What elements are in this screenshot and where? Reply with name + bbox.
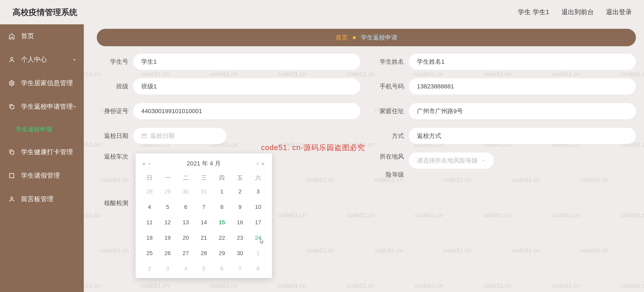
datepicker-day[interactable]: 3 bbox=[249, 184, 267, 199]
label-id-card: 身份证号 bbox=[97, 107, 133, 115]
sidebar: 首页 个人中心 学生居家信息管理 学生返校申请管理 学生返校申请 学生健康打卡管… bbox=[0, 24, 84, 292]
sidebar-item-label: 留言板管理 bbox=[21, 195, 54, 204]
svg-point-4 bbox=[11, 197, 13, 199]
datepicker-day[interactable]: 1 bbox=[213, 184, 231, 199]
svg-rect-2 bbox=[11, 106, 14, 109]
datepicker-day[interactable]: 23 bbox=[231, 230, 249, 246]
datepicker-day[interactable]: 18 bbox=[140, 230, 158, 246]
datepicker-day[interactable]: 2 bbox=[231, 184, 249, 199]
sidebar-item-return-apply[interactable]: 学生返校申请管理 bbox=[0, 95, 84, 118]
sidebar-item-home-info[interactable]: 学生居家信息管理 bbox=[0, 71, 84, 95]
home-icon bbox=[8, 33, 16, 40]
app-title: 高校疫情管理系统 bbox=[12, 7, 77, 18]
tab-bar: 首页 ★ 学生返校申请 bbox=[97, 29, 636, 46]
datepicker-day[interactable]: 11 bbox=[140, 215, 158, 230]
label-risk-level: 所在地风 险等级 bbox=[372, 153, 409, 179]
logout-link[interactable]: 退出登录 bbox=[606, 8, 632, 17]
datepicker-day[interactable]: 7 bbox=[231, 261, 249, 276]
sidebar-item-profile[interactable]: 个人中心 bbox=[0, 48, 84, 71]
datepicker-day[interactable]: 2 bbox=[140, 261, 158, 276]
datepicker-day[interactable]: 7 bbox=[195, 199, 213, 215]
input-home-addr[interactable]: 广州市广州路9号 bbox=[409, 103, 636, 119]
datepicker-day[interactable]: 5 bbox=[195, 261, 213, 276]
datepicker-day[interactable]: 4 bbox=[177, 261, 195, 276]
datepicker-day[interactable]: 28 bbox=[195, 246, 213, 261]
input-student-name[interactable]: 学生姓名1 bbox=[409, 54, 636, 70]
input-return-date[interactable]: 返校日期 bbox=[133, 128, 226, 144]
input-class[interactable]: 班级1 bbox=[133, 78, 360, 94]
datepicker-day[interactable]: 8 bbox=[213, 199, 231, 215]
datepicker-day[interactable]: 29 bbox=[158, 184, 176, 199]
input-return-way[interactable]: 返校方式 bbox=[409, 128, 636, 144]
cursor-icon bbox=[259, 238, 265, 245]
sidebar-item-leave[interactable]: 学生请假管理 bbox=[0, 164, 84, 187]
calendar-icon bbox=[141, 133, 147, 139]
gear-icon bbox=[8, 79, 16, 87]
user-info[interactable]: 学生 学生1 bbox=[518, 8, 549, 17]
datepicker-day[interactable]: 1 bbox=[249, 246, 267, 261]
logout-front-link[interactable]: 退出到前台 bbox=[562, 8, 594, 17]
watermark-warning: code51. cn-源码乐园盗图必究 bbox=[261, 143, 365, 153]
sidebar-item-label: 首页 bbox=[21, 32, 34, 41]
datepicker-day[interactable]: 30 bbox=[177, 184, 195, 199]
tab-home[interactable]: 首页 bbox=[336, 34, 348, 42]
datepicker-day[interactable]: 12 bbox=[158, 215, 176, 230]
datepicker-day[interactable]: 21 bbox=[195, 230, 213, 246]
user-icon bbox=[8, 56, 16, 63]
datepicker-day[interactable]: 6 bbox=[213, 261, 231, 276]
datepicker-day[interactable]: 16 bbox=[231, 215, 249, 230]
chevron-down-icon bbox=[481, 158, 486, 163]
app-header: 高校疫情管理系统 学生 学生1 退出到前台 退出登录 bbox=[0, 0, 644, 24]
datepicker-day[interactable]: 15 bbox=[213, 215, 231, 230]
datepicker-day[interactable]: 19 bbox=[158, 230, 176, 246]
header-right: 学生 学生1 退出到前台 退出登录 bbox=[518, 8, 632, 17]
label-student-id: 学生号 bbox=[97, 58, 133, 66]
datepicker-day[interactable]: 8 bbox=[249, 261, 267, 276]
datepicker-day[interactable]: 9 bbox=[231, 199, 249, 215]
label-nucleic: 核酸检测 bbox=[97, 199, 133, 207]
datepicker-day[interactable]: 3 bbox=[158, 261, 176, 276]
datepicker-day[interactable]: 26 bbox=[158, 246, 176, 261]
datepicker-day[interactable]: 30 bbox=[231, 246, 249, 261]
datepicker-day[interactable]: 13 bbox=[177, 215, 195, 230]
datepicker-day[interactable]: 27 bbox=[177, 246, 195, 261]
sidebar-item-message[interactable]: 留言板管理 bbox=[0, 187, 84, 211]
chevron-down-icon bbox=[72, 104, 77, 109]
label-student-name: 学生姓名 bbox=[372, 58, 409, 66]
sidebar-item-label: 学生返校申请管理 bbox=[21, 102, 73, 111]
datepicker-day[interactable]: 29 bbox=[213, 246, 231, 261]
datepicker-title: 2021 年 4 月 bbox=[187, 159, 221, 168]
datepicker-day[interactable]: 10 bbox=[249, 199, 267, 215]
sidebar-item-health-check[interactable]: 学生健康打卡管理 bbox=[0, 140, 84, 164]
copy-icon bbox=[8, 103, 16, 110]
sidebar-item-home[interactable]: 首页 bbox=[0, 24, 84, 48]
label-return-train: 返校车次 bbox=[97, 153, 133, 161]
datepicker-day[interactable]: 28 bbox=[140, 184, 158, 199]
book-icon bbox=[8, 172, 16, 179]
input-phone[interactable]: 13823888881 bbox=[409, 78, 636, 94]
datepicker-day[interactable]: 17 bbox=[249, 215, 267, 230]
label-class: 班级 bbox=[97, 82, 133, 91]
input-id-card[interactable]: 440300199101010001 bbox=[133, 103, 360, 119]
sidebar-item-label: 个人中心 bbox=[21, 55, 47, 64]
datepicker-day[interactable]: 4 bbox=[140, 199, 158, 215]
sidebar-sub-return-apply[interactable]: 学生返校申请 bbox=[0, 118, 84, 140]
star-icon: ★ bbox=[352, 34, 357, 41]
user-icon bbox=[8, 196, 16, 203]
label-home-addr: 家庭住址 bbox=[372, 107, 409, 115]
datepicker-day[interactable]: 5 bbox=[158, 199, 176, 215]
svg-rect-3 bbox=[11, 151, 14, 154]
input-student-id[interactable]: 学生1 bbox=[133, 54, 360, 70]
datepicker-next[interactable]: › » bbox=[257, 160, 265, 167]
datepicker-prev[interactable]: « ‹ bbox=[142, 160, 151, 167]
datepicker-day[interactable]: 31 bbox=[195, 184, 213, 199]
select-risk-level[interactable]: 请选择所在地风险等级 bbox=[409, 153, 494, 169]
datepicker-day[interactable]: 20 bbox=[177, 230, 195, 246]
datepicker-day[interactable]: 22 bbox=[213, 230, 231, 246]
sidebar-item-label: 学生居家信息管理 bbox=[21, 79, 73, 88]
svg-point-1 bbox=[11, 82, 12, 84]
datepicker-day[interactable]: 14 bbox=[195, 215, 213, 230]
tab-current[interactable]: 学生返校申请 bbox=[361, 34, 397, 42]
datepicker-day[interactable]: 6 bbox=[177, 199, 195, 215]
datepicker-day[interactable]: 25 bbox=[140, 246, 158, 261]
